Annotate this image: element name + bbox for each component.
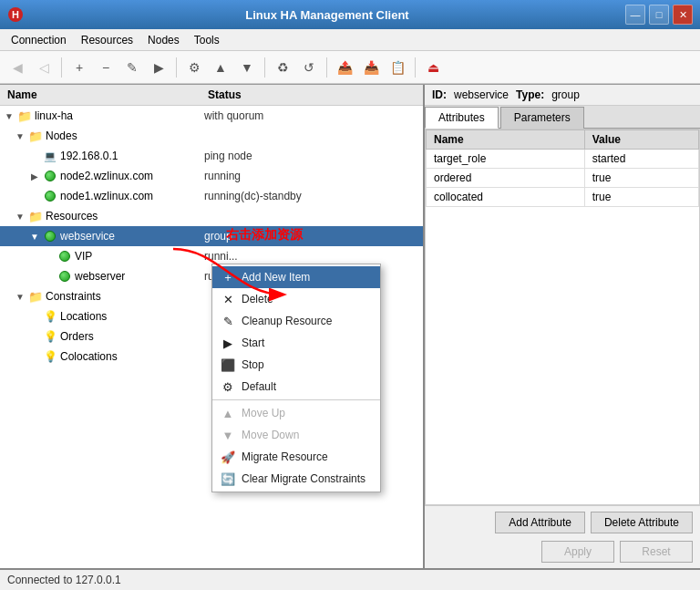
add-icon: + — [220, 269, 236, 285]
bottom-buttons-attr: Add Attribute Delete Attribute — [425, 505, 700, 539]
id-value: webservice — [454, 88, 509, 101]
id-bar: ID: webservice Type: group — [425, 85, 700, 106]
tree-row[interactable]: ▼ 📁 Resources — [0, 206, 423, 226]
tb-down-button[interactable]: ▼ — [235, 56, 259, 79]
tb-upload-button[interactable]: 📤 — [333, 56, 356, 79]
tree-row[interactable]: ▼ 📁 Nodes — [0, 126, 423, 146]
tree-node-label: linux-ha — [35, 109, 73, 122]
tree-row[interactable]: node1.wzlinux.com running(dc)-standby — [0, 186, 423, 206]
ctx-stop[interactable]: ⬛ Stop — [212, 354, 380, 376]
cleanup-icon: ✎ — [220, 313, 236, 329]
close-button[interactable]: ✕ — [673, 5, 693, 25]
tree-row[interactable]: 💻 192.168.0.1 ping node — [0, 146, 423, 166]
tb-undo-button[interactable]: ↺ — [297, 56, 321, 79]
computer-icon: 💻 — [43, 149, 57, 163]
tree-toggle[interactable]: ▼ — [29, 232, 40, 242]
attr-value: true — [584, 169, 698, 188]
tree-node-label: 192.168.0.1 — [60, 150, 118, 162]
type-value: group — [551, 88, 580, 101]
tb-add-button[interactable]: + — [67, 56, 91, 79]
tree-node-status: group — [204, 230, 232, 243]
green-circle-icon — [43, 169, 57, 183]
toolbar: ◀ ◁ + − ✎ ▶ ⚙ ▲ ▼ ♻ ↺ 📤 📥 📋 ⏏ — [0, 51, 700, 84]
ctx-cleanup-resource[interactable]: ✎ Cleanup Resource — [212, 310, 380, 332]
tree-node-status: ping node — [204, 150, 252, 162]
delete-attribute-button[interactable]: Delete Attribute — [591, 512, 693, 533]
header-status: Status — [201, 85, 423, 105]
migrate-icon: 🚀 — [220, 449, 236, 465]
type-label: Type: — [516, 88, 544, 101]
tab-parameters[interactable]: Parameters — [500, 107, 584, 129]
tb-remove-button[interactable]: − — [94, 56, 118, 79]
tree-toggle[interactable]: ▼ — [4, 111, 15, 121]
ctx-clear-migrate[interactable]: 🔄 Clear Migrate Constraints — [212, 468, 380, 490]
ctx-migrate-resource[interactable]: 🚀 Migrate Resource — [212, 446, 380, 468]
default-icon: ⚙ — [220, 378, 236, 395]
tb-back2-button[interactable]: ◁ — [32, 56, 56, 79]
ctx-start[interactable]: ▶ Start — [212, 332, 380, 354]
ctx-default[interactable]: ⚙ Default — [212, 376, 380, 398]
pane-header: Name Status — [0, 85, 423, 106]
tree-toggle[interactable]: ▼ — [15, 131, 26, 141]
add-attribute-button[interactable]: Add Attribute — [495, 512, 585, 533]
main-layout: Name Status ▼ 📁 linux-ha with quorum — [0, 84, 700, 568]
start-icon: ▶ — [220, 335, 236, 351]
tree-row-webservice[interactable]: ▼ webservice group — [0, 226, 423, 246]
menu-connection[interactable]: Connection — [4, 32, 74, 48]
clear-migrate-icon: 🔄 — [220, 471, 236, 487]
ctx-add-new-item[interactable]: + Add New Item — [212, 266, 380, 288]
table-row[interactable]: ordered true — [427, 169, 699, 188]
svg-text:H: H — [12, 9, 19, 20]
menu-tools[interactable]: Tools — [187, 32, 227, 48]
light-icon: 💡 — [43, 329, 57, 344]
tb-download-button[interactable]: 📥 — [359, 56, 383, 79]
tabs-bar: Attributes Parameters — [425, 106, 700, 129]
ctx-separator — [212, 399, 380, 400]
context-menu: + Add New Item ✕ Delete ✎ Cleanup Resour… — [211, 264, 381, 492]
tb-start-button[interactable]: ▶ — [147, 56, 170, 79]
tb-sep2 — [176, 57, 177, 78]
header-name: Name — [0, 85, 201, 105]
attr-name: ordered — [427, 169, 585, 188]
apply-button[interactable]: Apply — [541, 541, 614, 563]
tree-toggle[interactable]: ▼ — [15, 212, 26, 222]
tree-node-label: Locations — [60, 310, 107, 323]
tab-attributes[interactable]: Attributes — [425, 107, 499, 129]
move-up-icon: ▲ — [220, 405, 236, 421]
tree-row[interactable]: ▶ node2.wzlinux.com running — [0, 166, 423, 186]
tree-row[interactable]: ▼ 📁 linux-ha with quorum — [0, 106, 423, 126]
tree-node-label: VIP — [75, 250, 92, 263]
reset-button[interactable]: Reset — [620, 541, 693, 563]
attr-name: target_role — [427, 150, 585, 169]
tb-copy-button[interactable]: 📋 — [386, 56, 409, 79]
titlebar: H Linux HA Management Client — □ ✕ — [0, 0, 700, 29]
tb-sep4 — [326, 57, 327, 78]
minimize-button[interactable]: — — [625, 5, 645, 25]
tb-settings-button[interactable]: ⚙ — [182, 56, 206, 79]
maximize-button[interactable]: □ — [649, 5, 669, 25]
window-title: Linux HA Management Client — [29, 8, 625, 22]
status-text: Connected to 127.0.0.1 — [7, 574, 121, 586]
delete-icon: ✕ — [220, 291, 236, 307]
green-circle-icon — [57, 269, 72, 284]
menu-resources[interactable]: Resources — [74, 32, 140, 48]
ctx-delete[interactable]: ✕ Delete — [212, 288, 380, 310]
move-down-icon: ▼ — [220, 427, 236, 443]
tb-up-button[interactable]: ▲ — [209, 56, 232, 79]
menu-nodes[interactable]: Nodes — [140, 32, 187, 48]
folder-icon: 📁 — [28, 209, 43, 223]
tree-toggle[interactable]: ▶ — [29, 171, 40, 181]
tb-refresh-button[interactable]: ♻ — [271, 56, 294, 79]
stop-icon: ⬛ — [220, 357, 236, 373]
table-row[interactable]: target_role started — [427, 150, 699, 169]
tree-node-label: webservice — [60, 230, 115, 243]
tree-node-label: node2.wzlinux.com — [60, 170, 153, 182]
tb-disconnect-button[interactable]: ⏏ — [421, 56, 445, 79]
table-row[interactable]: collocated true — [427, 188, 699, 207]
ctx-move-down: ▼ Move Down — [212, 424, 380, 446]
tree-node-label: Colocations — [60, 350, 118, 363]
tb-back-button[interactable]: ◀ — [5, 56, 29, 79]
tree-toggle[interactable]: ▼ — [15, 292, 26, 302]
tb-edit-button[interactable]: ✎ — [120, 56, 144, 79]
folder-icon: 📁 — [28, 129, 43, 143]
